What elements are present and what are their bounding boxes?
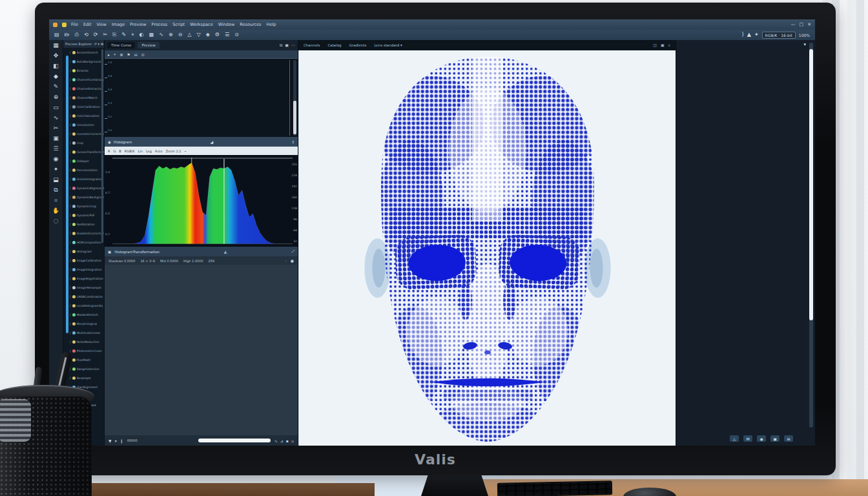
tree-item[interactable]: ∕Morphological [70, 319, 104, 328]
refresh-icon[interactable]: ↺ [94, 42, 96, 46]
scissors-tool-icon[interactable]: ✂ [54, 125, 59, 131]
memory-icon[interactable]: M [743, 435, 752, 442]
tree-item[interactable]: ∕GradientCorrection [70, 229, 104, 238]
histogram-plot[interactable]: 1.00.70.50.2255224192160128966432 [105, 155, 298, 247]
cloud-icon[interactable]: ▲ [747, 32, 751, 37]
tree-item[interactable]: ∕NoiseReduction [70, 337, 104, 346]
histogram-titlebar[interactable]: ◉ Histogram ◢ ↧ [105, 137, 298, 147]
menu-item-process[interactable]: Process [152, 22, 168, 27]
menu-item-file[interactable]: File [71, 22, 78, 27]
tree-item[interactable]: ∕Histogram [70, 247, 104, 256]
tree-item[interactable]: ∕DynamicAlignment [70, 183, 104, 192]
add-icon[interactable]: ⊞ [101, 42, 103, 46]
grid-tool-icon[interactable]: ⌗ [54, 198, 57, 203]
menu-item-preview[interactable]: Preview [130, 22, 146, 27]
layers-icon[interactable]: ≣ [119, 52, 123, 57]
tree-item[interactable]: ∕ColorSaturation [70, 111, 104, 120]
histogram-toolbar-item[interactable]: Log [146, 149, 152, 153]
bell-icon[interactable]: △ [730, 435, 739, 442]
pin-icon[interactable]: ✦ [754, 32, 759, 37]
tree-item[interactable]: ∕Crop [70, 138, 104, 147]
collapse-icon[interactable]: ▾ [98, 42, 100, 46]
lock-icon[interactable]: ◦ [285, 258, 287, 263]
histogram-toolbar-item[interactable]: Lin [138, 149, 143, 153]
tree-scrollbar[interactable] [101, 49, 103, 243]
tree-item[interactable]: ∕Binarize [70, 66, 104, 75]
gear-icon[interactable]: ⚙ [215, 32, 220, 37]
more-icon[interactable]: ⋯ [291, 43, 295, 48]
contrast-icon[interactable]: ◐ [140, 32, 144, 37]
cut-icon[interactable]: ✂ [103, 32, 107, 37]
hand-tool-icon[interactable]: ✋ [52, 208, 59, 214]
play-icon[interactable]: ▸ [108, 52, 110, 57]
redo-icon[interactable]: ⟳ [94, 32, 98, 37]
histogram-toolbar-item[interactable]: ⌁ [185, 149, 187, 153]
tree-item[interactable]: ∕FastRotation [70, 220, 104, 229]
menu-item-edit[interactable]: Edit [83, 22, 92, 27]
save-icon[interactable]: ⎙ [75, 32, 79, 37]
tree-item[interactable]: ∕AutoBackground [70, 57, 104, 66]
histogram-toolbar-item[interactable]: Zoom 1:1 [165, 149, 181, 153]
crop-tool-icon[interactable]: ◧ [53, 63, 59, 69]
panel-tab-0[interactable]: Time Curve [107, 42, 135, 48]
tree-item[interactable]: ∕Convolution [70, 120, 104, 129]
target-icon[interactable]: ⌖ [131, 32, 134, 37]
tree-item[interactable]: ∕ImageIntegration [70, 265, 104, 274]
canvas-tab-3[interactable]: Lens standard ▾ [374, 43, 402, 47]
dock-icon[interactable]: ⧉ [280, 43, 282, 48]
lens-tool-icon[interactable]: ◉ [54, 156, 59, 162]
menu-item-help[interactable]: Help [267, 22, 276, 27]
down-icon[interactable]: ▽ [197, 32, 201, 37]
menu-item-image[interactable]: Image [112, 22, 125, 27]
wave-tool-icon[interactable]: ∿ [54, 115, 59, 121]
up-icon[interactable]: △ [187, 32, 191, 37]
timeline-plot[interactable]: 1.00.80.60.40.20.0 [105, 58, 298, 137]
marker-icon[interactable]: ⌖ [114, 52, 116, 57]
histogram-toolbar-item[interactable]: R [108, 149, 110, 153]
pen-tool-icon[interactable]: ✎ [54, 84, 59, 90]
tree-item[interactable]: ∕MaskedStretch [70, 310, 104, 319]
zoom-in-icon[interactable]: ⊕ [169, 32, 173, 37]
mask-tool-icon[interactable]: ⬓ [53, 177, 59, 183]
menu-item-script[interactable]: Script [172, 22, 185, 27]
filter-icon[interactable]: ▼ [108, 439, 112, 443]
move-tool-icon[interactable]: ✥ [54, 53, 59, 59]
rect-tool-icon[interactable]: ▭ [53, 105, 59, 110]
minimize-icon[interactable]: — [791, 22, 796, 27]
tree-item[interactable]: ∕ChannelCombination [70, 75, 104, 84]
tree-item[interactable]: ∕HDRComposition [70, 238, 104, 247]
tree-item[interactable]: ∕ImageCalibration [70, 256, 104, 265]
tree-item[interactable]: ∕ChannelExtraction [70, 84, 104, 93]
stamp-tool-icon[interactable]: ▣ [53, 136, 59, 141]
copy-icon[interactable]: ⎘ [112, 32, 116, 37]
menu-item-view[interactable]: View [96, 22, 106, 27]
tree-item[interactable]: ∕CosmeticCorrection [70, 129, 104, 138]
pin-panel-icon[interactable]: ▣ [285, 43, 289, 48]
footer-expand-icon[interactable]: ⤢ [292, 249, 294, 254]
dot-icon[interactable]: ⊙ [141, 52, 145, 57]
tree-item[interactable]: ∕DynamicPSF [70, 211, 104, 220]
ab-icon[interactable]: ⊟ [134, 52, 138, 57]
shape-tool-icon[interactable]: ◆ [54, 74, 58, 79]
footer-curve-icon[interactable]: ◭ [224, 249, 227, 254]
tree-item[interactable]: ∕LRGBCombination [70, 292, 104, 301]
layers-tool-icon[interactable]: ☰ [53, 146, 58, 152]
histogram-toolbar-item[interactable]: G [113, 149, 116, 153]
picker-tool-icon[interactable]: ⊕ [54, 94, 59, 100]
signal-icon[interactable]: ∿ [274, 439, 278, 443]
menu-item-workspace[interactable]: Workspace [190, 22, 213, 27]
app-icon-yellow[interactable] [62, 23, 67, 27]
histogram-toolbar-item[interactable]: B [119, 149, 121, 153]
lock-chip-icon[interactable]: ◉ [757, 435, 766, 442]
tree-item[interactable]: ∕DrizzleIntegration [70, 174, 104, 183]
tree-item[interactable]: ∕LocalHistogramEq [70, 301, 104, 310]
split-icon[interactable]: ◫ [653, 43, 657, 48]
tree-item[interactable]: ∕ArcsinhStretch [70, 48, 104, 57]
histogram-toolbar-item[interactable]: RGB/K [125, 149, 135, 153]
right-scrollbar-thumb[interactable] [809, 49, 813, 320]
tree-item[interactable]: ∕DynamicCrop [70, 202, 104, 211]
brush-icon[interactable]: ✎ [121, 32, 126, 37]
menu-item-resources[interactable]: Resources [240, 22, 261, 27]
maximize-icon[interactable]: ▢ [800, 22, 804, 27]
clone-tool-icon[interactable]: ⧉ [54, 187, 57, 193]
